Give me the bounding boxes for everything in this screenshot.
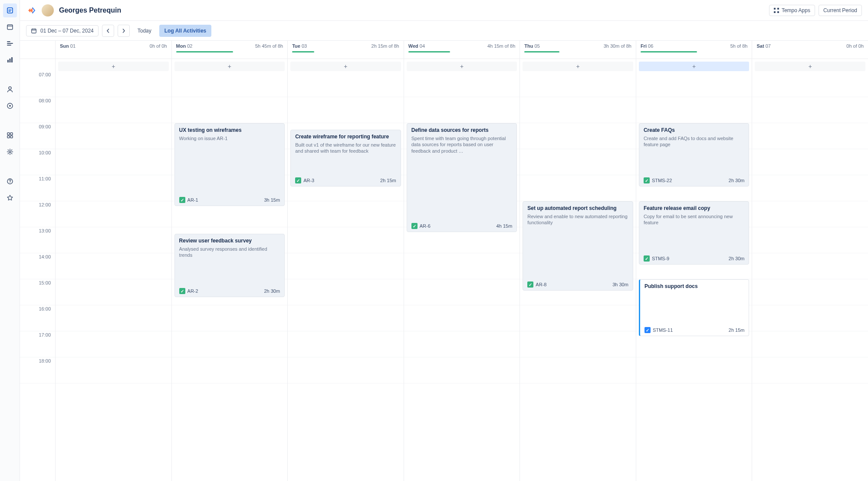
issue-key[interactable]: ✓STMS-11 xyxy=(644,327,673,333)
hour-cell[interactable] xyxy=(56,331,171,357)
add-worklog-button[interactable]: + xyxy=(755,62,865,71)
issue-key[interactable]: ✓STMS-9 xyxy=(644,255,669,262)
rail-apps-icon[interactable] xyxy=(3,128,17,142)
hour-cell[interactable] xyxy=(56,201,171,227)
hour-cell[interactable] xyxy=(56,253,171,279)
hour-cell[interactable] xyxy=(172,305,288,331)
hour-cell[interactable] xyxy=(752,175,868,201)
add-worklog-button[interactable]: + xyxy=(407,62,517,71)
hour-cell[interactable] xyxy=(56,357,171,383)
hour-cell[interactable] xyxy=(752,305,868,331)
hour-cell[interactable] xyxy=(288,331,404,357)
hour-cell[interactable] xyxy=(752,331,868,357)
date-range-picker[interactable]: 01 Dec – 07 Dec, 2024 xyxy=(26,25,99,36)
hour-cell[interactable] xyxy=(56,305,171,331)
add-worklog-button[interactable]: + xyxy=(290,62,401,71)
hour-cell[interactable] xyxy=(636,357,752,383)
issue-key[interactable]: ✓AR-8 xyxy=(527,281,546,288)
hour-cell[interactable] xyxy=(752,123,868,149)
worklog-card[interactable]: Set up automated report schedulingReview… xyxy=(523,201,633,291)
hour-cell[interactable] xyxy=(636,97,752,123)
rail-calendar-icon[interactable] xyxy=(3,20,17,34)
tempo-apps-button[interactable]: Tempo Apps xyxy=(769,5,815,16)
hour-cell[interactable] xyxy=(752,279,868,305)
hour-cell[interactable] xyxy=(520,331,636,357)
issue-key[interactable]: ✓STMS-22 xyxy=(644,177,672,183)
hour-cell[interactable] xyxy=(520,175,636,201)
worklog-card[interactable]: Review user feedback surveyAnalysed surv… xyxy=(174,234,285,297)
add-worklog-button[interactable]: + xyxy=(639,62,750,71)
hour-cell[interactable] xyxy=(288,227,404,253)
rail-help-icon[interactable] xyxy=(3,174,17,188)
rail-accounts-icon[interactable] xyxy=(3,99,17,113)
hour-cell[interactable] xyxy=(520,123,636,149)
rail-planning-icon[interactable] xyxy=(3,36,17,50)
worklog-card[interactable]: Publish support docs✓STMS-112h 15m xyxy=(639,279,750,336)
hour-cell[interactable] xyxy=(288,71,404,97)
hour-cell[interactable] xyxy=(288,253,404,279)
period-selector[interactable]: Current Period xyxy=(819,5,862,16)
hour-cell[interactable] xyxy=(752,149,868,175)
hour-cell[interactable] xyxy=(520,97,636,123)
user-avatar[interactable] xyxy=(42,4,54,16)
hour-cell[interactable] xyxy=(56,149,171,175)
hour-cell[interactable] xyxy=(520,71,636,97)
rail-more-icon[interactable] xyxy=(3,191,17,205)
rail-reports-icon[interactable] xyxy=(3,53,17,67)
hour-cell[interactable] xyxy=(56,123,171,149)
hour-cell[interactable] xyxy=(288,97,404,123)
hour-cell[interactable] xyxy=(172,71,288,97)
hour-cell[interactable] xyxy=(752,201,868,227)
hour-cell[interactable] xyxy=(404,97,520,123)
worklog-card[interactable]: UX testing on wireframesWorking on issue… xyxy=(174,123,285,206)
hour-cell[interactable] xyxy=(56,71,171,97)
hour-cell[interactable] xyxy=(520,305,636,331)
issue-key[interactable]: ✓AR-2 xyxy=(179,288,198,294)
today-button[interactable]: Today xyxy=(133,25,156,36)
day-header: Sun 010h of 0h xyxy=(56,41,171,59)
issue-key[interactable]: ✓AR-6 xyxy=(411,223,431,229)
hour-cell[interactable] xyxy=(404,253,520,279)
hour-cell[interactable] xyxy=(404,279,520,305)
hour-cell[interactable] xyxy=(404,71,520,97)
hour-cell[interactable] xyxy=(288,279,404,305)
hour-cell[interactable] xyxy=(288,357,404,383)
worklog-card[interactable]: Feature release email copyCopy for email… xyxy=(639,201,750,265)
hour-cell[interactable] xyxy=(752,227,868,253)
worklog-card[interactable]: Create wireframe for reporting featureBu… xyxy=(290,130,401,187)
next-week-button[interactable] xyxy=(118,25,130,37)
hour-cell[interactable] xyxy=(404,331,520,357)
rail-team-icon[interactable] xyxy=(3,82,17,96)
hour-cell[interactable] xyxy=(172,97,288,123)
issue-key[interactable]: ✓AR-1 xyxy=(179,197,198,203)
hour-cell[interactable] xyxy=(172,331,288,357)
hour-cell[interactable] xyxy=(752,97,868,123)
hour-cell[interactable] xyxy=(56,227,171,253)
hour-cell[interactable] xyxy=(752,357,868,383)
hour-cell[interactable] xyxy=(288,201,404,227)
log-all-activities-button[interactable]: Log All Activities xyxy=(159,25,211,37)
add-worklog-button[interactable]: + xyxy=(174,62,285,71)
add-worklog-button[interactable]: + xyxy=(523,62,633,71)
prev-week-button[interactable] xyxy=(102,25,114,37)
rail-settings-icon[interactable] xyxy=(3,145,17,159)
hour-cell[interactable] xyxy=(56,97,171,123)
issue-key[interactable]: ✓AR-3 xyxy=(295,177,314,183)
hour-cell[interactable] xyxy=(636,71,752,97)
hour-cell[interactable] xyxy=(404,305,520,331)
hour-cell[interactable] xyxy=(56,175,171,201)
hour-cell[interactable] xyxy=(520,357,636,383)
hour-cell[interactable] xyxy=(752,71,868,97)
worklog-description: Analysed survey responses and identified… xyxy=(179,246,280,259)
add-worklog-button[interactable]: + xyxy=(58,62,169,71)
hour-cell[interactable] xyxy=(288,305,404,331)
hour-cell[interactable] xyxy=(752,253,868,279)
worklog-card[interactable]: Create FAQsCreate and add FAQs to docs a… xyxy=(639,123,750,187)
worklog-card[interactable]: Define data sources for reportsSpent tim… xyxy=(407,123,517,232)
user-name: Georges Petrequin xyxy=(59,7,121,14)
hour-cell[interactable] xyxy=(56,279,171,305)
hour-cell[interactable] xyxy=(520,149,636,175)
rail-timesheet-icon[interactable] xyxy=(3,3,17,17)
hour-cell[interactable] xyxy=(172,357,288,383)
hour-cell[interactable] xyxy=(404,357,520,383)
